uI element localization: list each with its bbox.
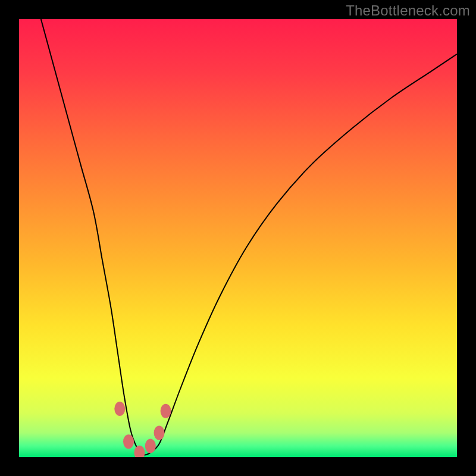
curve-marker <box>123 434 134 449</box>
bottleneck-plot <box>19 19 457 457</box>
chart-frame <box>19 19 457 457</box>
curve-marker <box>114 402 125 416</box>
curve-marker <box>154 426 165 440</box>
curve-marker <box>145 439 156 453</box>
curve-marker <box>161 404 171 418</box>
watermark-text: TheBottleneck.com <box>346 2 470 19</box>
gradient-rect <box>19 19 457 457</box>
